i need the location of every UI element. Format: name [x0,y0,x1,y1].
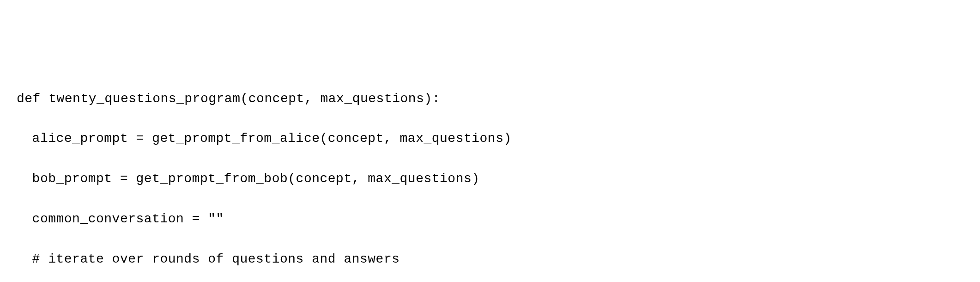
code-line: common_conversation = "" [17,209,971,229]
code-line: def twenty_questions_program(concept, ma… [17,89,971,109]
code-line: # iterate over rounds of questions and a… [17,249,971,269]
code-block: def twenty_questions_program(concept, ma… [17,89,971,282]
code-line: bob_prompt = get_prompt_from_bob(concept… [17,169,971,189]
code-line: alice_prompt = get_prompt_from_alice(con… [17,129,971,148]
